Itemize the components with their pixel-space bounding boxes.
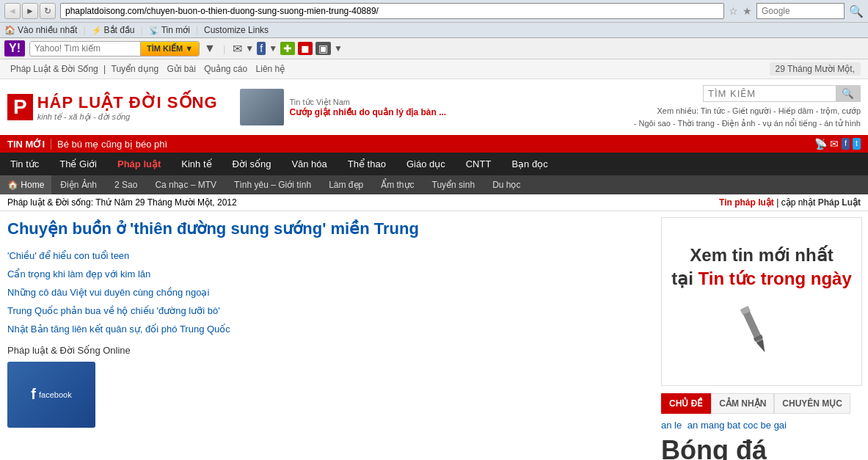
sub-nav-am-thuc[interactable]: Ẩm thực <box>372 175 423 194</box>
article-source: Pháp luật & Đời Sống Online <box>7 345 648 356</box>
article-title[interactable]: Chuyện buồn ở 'thiên đường sung sướng' m… <box>7 219 648 240</box>
nav-van-hoa[interactable]: Văn hóa <box>281 153 337 175</box>
ad-pen-icon <box>718 299 806 359</box>
nav-ban-doc[interactable]: Bạn đọc <box>501 153 558 175</box>
website: Pháp Luật & Đời Sống | Tuyển dụng Gửi bà… <box>0 59 868 460</box>
sub-nav-dien-anh[interactable]: Điện Ảnh <box>51 175 106 194</box>
tab-cam-nhan[interactable]: CẢM NHẬN <box>711 393 774 414</box>
search-box: 🔍 <box>703 85 861 102</box>
star-fill-icon[interactable]: ★ <box>743 5 752 17</box>
topbar-link-lien-he[interactable]: Liên hệ <box>256 64 285 74</box>
topbar-link-tuyen-dung[interactable]: Tuyển dụng <box>112 64 159 74</box>
nav-doi-song[interactable]: Đời sống <box>222 153 282 175</box>
bongda-text[interactable]: Bóng đá <box>661 435 767 460</box>
breaking-icons: 📡 ✉ f t <box>814 138 861 150</box>
nav-the-gioi[interactable]: Thế Giới <box>49 153 107 175</box>
related-link-1[interactable]: Cẩn trọng khi làm đẹp với kim lăn <box>7 267 648 281</box>
browser-search-input[interactable] <box>756 3 845 19</box>
article-bottom: f facebook <box>7 362 648 428</box>
nav-the-thao[interactable]: Thể thao <box>338 153 396 175</box>
bookmark-tin-moi[interactable]: 📡 Tin mới <box>149 25 190 35</box>
breaking-news-bar: TIN MỚI Bé bú mẹ cũng bị béo phì 📡 ✉ f t <box>0 135 868 153</box>
sidebar-tabs: CHỦ ĐỀ CẢM NHẬN CHUYÊN MỤC <box>661 393 862 414</box>
main-navigation: Tin tức Thế Giới Pháp luật Kinh tế Đời s… <box>0 153 868 175</box>
sub-nav-tuyen-sinh[interactable]: Tuyển sinh <box>423 175 484 194</box>
forward-button[interactable]: ► <box>22 3 38 19</box>
home-sub-icon: 🏠 <box>7 180 18 190</box>
nav-buttons: ◄ ► ↻ <box>4 3 56 19</box>
dropdown-icon[interactable]: ▼ <box>245 43 254 54</box>
star-icon[interactable]: ☆ <box>729 5 738 17</box>
breaking-text[interactable]: Bé bú mẹ cũng bị béo phì <box>57 139 809 150</box>
nav-giao-duc[interactable]: Giáo dục <box>396 153 456 175</box>
related-link-3[interactable]: Trung Quốc phản bua về hộ chiếu 'đường l… <box>7 304 648 318</box>
related-links: 'Chiều' để hiểu con tuổi teen Cẩn trọng … <box>7 249 648 336</box>
nav-kinh-te[interactable]: Kinh tế <box>171 153 222 175</box>
sidebar-ad: Xem tin mới nhất tại Tin tức trong ngày <box>661 217 862 386</box>
tab-chu-de[interactable]: CHỦ ĐỀ <box>661 393 711 414</box>
topbar-date: 29 Tháng Mười Một, <box>770 62 861 76</box>
yahoo-search-button[interactable]: TÌM KIẾM ▼ <box>140 42 199 56</box>
tag-an-mang[interactable]: an mang bat coc be gai <box>688 420 787 431</box>
header-search: 🔍 Xem nhiều: Tin tức - Giết người - Hiếp… <box>634 85 861 129</box>
news-preview-title[interactable]: Cướp giật nhiều do quản lý địa bàn ... <box>290 107 447 117</box>
address-bar[interactable] <box>60 3 724 19</box>
tin-phapluat-link[interactable]: Tin pháp luật <box>719 197 774 208</box>
site-header: P HÁP LUẬT ĐỜI SỐNG kinh tế - xã hội - đ… <box>0 79 868 135</box>
facebook-icon[interactable]: f <box>257 42 266 55</box>
breaking-label: TIN MỚI <box>7 139 51 150</box>
tool2-icon[interactable]: ◼ <box>298 42 313 55</box>
yahoo-search-box: TÌM KIẾM ▼ <box>29 41 200 56</box>
sub-nav-tinh-yeu[interactable]: Tình yêu – Giới tính <box>225 175 320 194</box>
twitter-breaking-icon[interactable]: t <box>853 138 861 150</box>
sidebar: Xem tin mới nhất tại Tin tức trong ngày <box>655 211 868 460</box>
mail-icon[interactable]: ✉ <box>233 42 242 56</box>
dropdown-arrow-icon[interactable]: ▼ <box>204 42 216 55</box>
phap-luat-link[interactable]: Pháp Luật <box>818 197 861 208</box>
logo-subtitle: kinh tế - xã hội - đời sống <box>37 112 218 122</box>
nav-phap-luat[interactable]: Pháp luật <box>107 153 171 175</box>
sub-nav-ca-nhac[interactable]: Ca nhạc – MTV <box>146 175 225 194</box>
topbar-link-quang-cao[interactable]: Quảng cáo <box>204 64 247 74</box>
sub-navigation: 🏠 Home Điện Ảnh 2 Sao Ca nhạc – MTV Tình… <box>0 175 868 194</box>
site-logo[interactable]: P HÁP LUẬT ĐỜI SỐNG kinh tế - xã hội - đ… <box>7 93 218 122</box>
fb-breaking-icon[interactable]: f <box>842 138 850 150</box>
header-news-preview[interactable]: Tin tức Việt Nam Cướp giật nhiều do quản… <box>240 89 627 125</box>
tab-chuyen-muc[interactable]: CHUYÊN MỤC <box>774 393 850 414</box>
tool3-icon[interactable]: ▣ <box>316 42 331 55</box>
sidebar-tags: an le an mang bat coc be gai <box>661 420 862 431</box>
rss-breaking-icon[interactable]: 📡 <box>814 138 827 150</box>
sub-nav-lam-dep[interactable]: Làm đẹp <box>320 175 372 194</box>
bookmark-vao-nhieu-nhat[interactable]: 🏠 Vào nhiều nhất <box>4 25 77 35</box>
yahoo-tools: ✉ ▼ f ▼ ✚ ◼ ▣ ▼ <box>233 42 343 56</box>
refresh-button[interactable]: ↻ <box>40 3 56 19</box>
related-link-2[interactable]: Những cô dâu Việt vui duyên cùng chồng n… <box>7 285 648 299</box>
dropdown-fb-icon[interactable]: ▼ <box>269 43 277 54</box>
topbar-link-home[interactable]: Pháp Luật & Đời Sống <box>10 64 98 74</box>
back-button[interactable]: ◄ <box>4 3 21 19</box>
related-link-0[interactable]: 'Chiều' để hiểu con tuổi teen <box>7 249 648 263</box>
rss-icon: 📡 <box>149 26 159 35</box>
ad-title-line2: tại Tin tức trong ngày <box>671 267 852 290</box>
bookmark-customize[interactable]: Customize Links <box>204 25 269 35</box>
yahoo-toolbar: Y! TÌM KIẾM ▼ ▼ | ✉ ▼ f ▼ ✚ ◼ ▣ ▼ <box>0 38 868 59</box>
tag-an-le[interactable]: an le <box>661 420 682 431</box>
nav-cntt[interactable]: CNTT <box>456 153 502 175</box>
search-input[interactable] <box>704 86 836 101</box>
home-icon: 🏠 <box>4 25 15 35</box>
dropdown-tools-icon[interactable]: ▼ <box>334 43 343 54</box>
browser-toolbar: ◄ ► ↻ ☆ ★ 🔍 <box>0 0 868 22</box>
bookmark-bat-dau[interactable]: ⚡ Bắt đầu <box>92 25 135 35</box>
related-link-4[interactable]: Nhật Bản tăng liên kết quân sự, đối phó … <box>7 322 648 336</box>
sub-nav-du-hoc[interactable]: Du học <box>484 175 529 194</box>
email-breaking-icon[interactable]: ✉ <box>830 138 839 150</box>
nav-tin-tuc[interactable]: Tin tức <box>0 153 49 175</box>
yahoo-search-input[interactable] <box>30 42 140 55</box>
search-button[interactable]: 🔍 <box>836 86 860 101</box>
main-content: Chuyện buồn ở 'thiên đường sung sướng' m… <box>0 211 655 460</box>
sub-nav-home[interactable]: 🏠 Home <box>0 175 51 194</box>
topbar-link-gui-bai[interactable]: Gửi bài <box>167 64 195 74</box>
sub-nav-2sao[interactable]: 2 Sao <box>106 175 146 194</box>
browser-chrome: ◄ ► ↻ ☆ ★ 🔍 🏠 Vào nhiều nhất | ⚡ Bắt đầu… <box>0 0 868 38</box>
tool1-icon[interactable]: ✚ <box>280 42 295 55</box>
